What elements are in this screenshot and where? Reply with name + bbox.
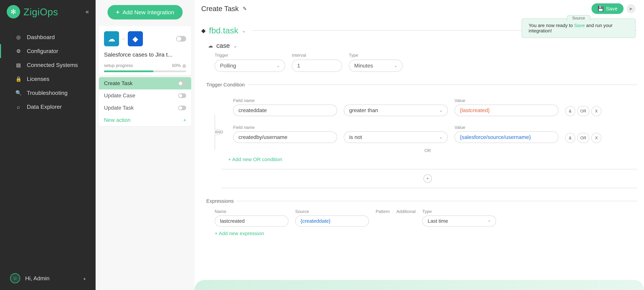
trigger-condition-label: Trigger Condition — [206, 82, 245, 88]
expressions-label: Expressions — [206, 198, 234, 204]
interval-input[interactable]: 1 — [292, 60, 342, 72]
progress-value: 60% — [172, 63, 181, 68]
footer-decoration — [194, 280, 644, 290]
add-integration-label: Add New Integration — [122, 9, 174, 16]
condition-row-1: Field name createddate greater than⌄ Val… — [211, 94, 644, 116]
action-label: Update Task — [104, 105, 134, 111]
trigger-value: Polling — [220, 63, 236, 69]
nav-configurator[interactable]: ⚙Configurator — [0, 44, 96, 58]
chevron-down-icon: ⌄ — [488, 218, 491, 224]
expr-name-input[interactable]: lastcreated — [215, 215, 288, 226]
field-input[interactable]: createdby/username — [233, 131, 337, 143]
action-toggle[interactable] — [178, 106, 186, 110]
save-label: Save — [606, 6, 618, 12]
logo-row: ✻ ZigiOps « — [0, 0, 96, 24]
gauge-icon: ◎ — [15, 34, 22, 40]
field-label: Field name — [233, 98, 337, 103]
chevron-down-icon: ⌄ — [440, 108, 442, 113]
diamond-icon: ◆ — [201, 27, 206, 34]
explorer-icon: ⌕ — [15, 104, 22, 110]
action-toggle[interactable] — [178, 93, 186, 98]
add-or-condition[interactable]: + Add new OR condition — [228, 157, 644, 162]
cloud-icon: ☁ — [208, 43, 213, 49]
expr-source-input[interactable]: {createddate} — [295, 215, 369, 226]
nav-troubleshooting[interactable]: 🔍Troubleshooting — [0, 86, 96, 100]
info-icon[interactable]: i — [182, 64, 186, 68]
trigger-select[interactable]: Polling⌄ — [215, 60, 285, 72]
nav-data-explorer[interactable]: ⌕Data Explorer — [0, 100, 96, 114]
chevron-down-icon: ⌄ — [277, 64, 280, 68]
tooltip-save-word: Save — [574, 23, 585, 28]
nav-label: Dashboard — [27, 34, 55, 41]
search-icon: 🔍 — [15, 90, 22, 96]
interval-label: Interval — [292, 53, 342, 58]
nav-label: Licenses — [27, 76, 49, 82]
or-button[interactable]: OR — [577, 133, 589, 143]
operator-select[interactable]: is not⌄ — [344, 131, 448, 143]
nav: ◎Dashboard ⚙Configurator ▤Connected Syst… — [0, 30, 96, 114]
field-label: Field name — [233, 125, 337, 130]
type-select[interactable]: Minutes⌄ — [349, 60, 402, 72]
page-title: Create Task — [201, 5, 239, 13]
plus-icon: + — [183, 117, 186, 123]
main-content: Create Task ✎ 💾Save ▶ Source You are now… — [194, 0, 644, 290]
integration-toggle[interactable] — [176, 36, 186, 42]
divider — [221, 188, 637, 188]
user-menu[interactable]: ☺ Hi, Admin ▴ — [0, 266, 96, 290]
divider — [221, 169, 637, 169]
field-input[interactable]: createddate — [233, 105, 337, 116]
expr-type-select[interactable]: Last time⌄ — [422, 215, 496, 226]
chevron-down-icon[interactable]: ⌄ — [242, 28, 246, 34]
type-value: Minutes — [354, 63, 373, 69]
col-type: Type — [422, 209, 496, 214]
jira-icon: ◆ — [128, 31, 143, 46]
or-divider: OR — [211, 148, 644, 153]
new-action-button[interactable]: New action+ — [99, 114, 191, 126]
save-disk-icon: 💾 — [598, 6, 604, 12]
and-button[interactable]: & — [565, 106, 575, 116]
operator-value: greater than — [349, 107, 378, 113]
progress-label: setup progress — [104, 63, 133, 68]
add-condition-group[interactable]: + — [211, 174, 644, 183]
action-update-task[interactable]: Update Task — [99, 102, 191, 114]
or-button[interactable]: OR — [577, 106, 589, 116]
crumb-text[interactable]: fbd.task — [209, 26, 238, 36]
brand-name: ZigiOps — [24, 6, 58, 18]
nav-label: Data Explorer — [27, 104, 62, 110]
and-connector: AND — [211, 121, 226, 143]
remove-button[interactable]: X — [591, 106, 602, 116]
integration-panel: +Add New Integration ☁ ‹› ◆ Salesforce c… — [96, 0, 194, 290]
run-button[interactable]: ▶ — [626, 4, 636, 13]
collapse-sidebar-icon[interactable]: « — [86, 8, 89, 15]
trigger-condition-heading: Trigger Condition — [206, 82, 644, 88]
edit-icon[interactable]: ✎ — [243, 6, 247, 12]
action-update-case[interactable]: Update Case — [99, 89, 191, 102]
chevron-down-icon[interactable]: ⌄ — [233, 43, 237, 49]
add-integration-button[interactable]: +Add New Integration — [108, 5, 182, 20]
action-toggle[interactable] — [178, 81, 186, 86]
col-pattern: Pattern — [376, 209, 390, 214]
value-input[interactable]: {salesforce/source/username} — [454, 131, 558, 143]
integration-title: Salesforce cases to Jira t... — [104, 51, 186, 58]
entity-row[interactable]: ☁ case ⌄ — [208, 42, 644, 49]
nav-connected-systems[interactable]: ▤Connected Systems — [0, 58, 96, 72]
tooltip-text-pre: You are now ready to — [528, 23, 574, 28]
integration-card[interactable]: ☁ ‹› ◆ Salesforce cases to Jira t... set… — [99, 26, 191, 76]
new-action-label: New action — [104, 117, 130, 123]
action-create-task[interactable]: Create Task — [99, 77, 191, 89]
value-input[interactable]: {lastcreated} — [454, 105, 558, 116]
plus-icon: + — [116, 9, 120, 16]
nav-label: Configurator — [27, 48, 58, 54]
operator-value: is not — [349, 134, 362, 140]
add-expression-button[interactable]: + Add new expression — [215, 231, 644, 236]
operator-select[interactable]: greater than⌄ — [344, 105, 448, 116]
nav-dashboard[interactable]: ◎Dashboard — [0, 30, 96, 44]
expr-type-value: Last time — [428, 218, 448, 224]
expressions-heading: Expressions — [206, 198, 644, 204]
remove-button[interactable]: X — [591, 133, 602, 143]
condition-block: Field name createddate greater than⌄ Val… — [211, 94, 644, 188]
nav-licenses[interactable]: 🔒Licenses — [0, 72, 96, 86]
and-button[interactable]: & — [565, 133, 575, 143]
trigger-row: Trigger Polling⌄ Interval 1 Type Minutes… — [215, 53, 644, 72]
save-button[interactable]: 💾Save — [592, 3, 624, 14]
